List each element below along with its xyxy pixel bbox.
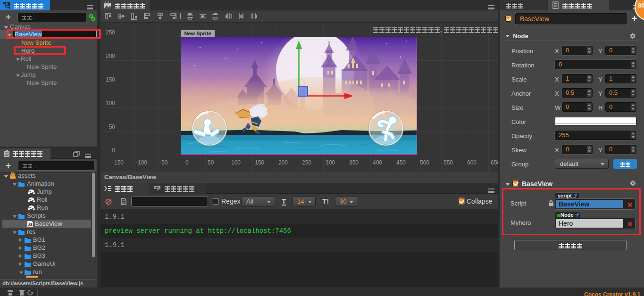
svg-text:JS: JS	[28, 222, 33, 227]
